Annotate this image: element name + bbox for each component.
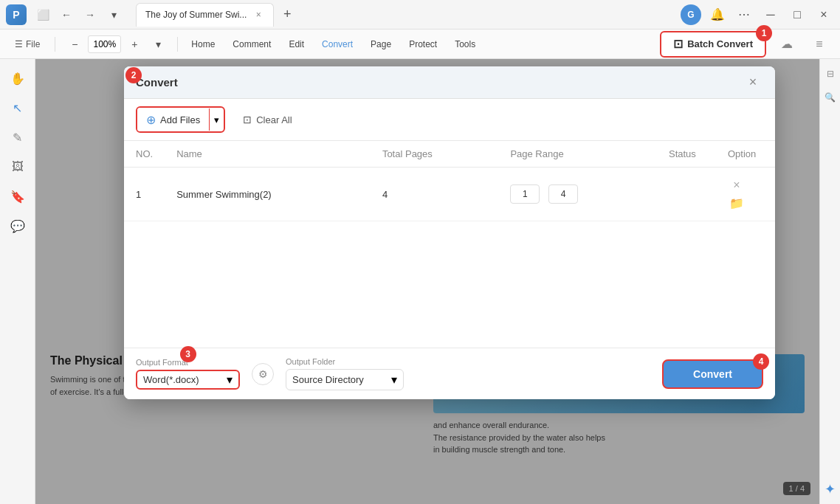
right-panel-button[interactable]: ⊟: [822, 65, 839, 83]
format-select[interactable]: Word(*.docx) Excel(*.xlsx) PowerPoint(*.…: [143, 374, 224, 385]
output-format-step-badge: 3: [180, 346, 196, 362]
files-table: NO. Name Total Pages Page Range Status O…: [124, 141, 775, 221]
title-bar: P ⬜ ← → ▾ The Joy of Summer Swi... × + G…: [0, 0, 840, 30]
folder-chevron-icon: ▾: [391, 373, 397, 387]
notification-button[interactable]: 🔔: [707, 4, 728, 25]
tab-bar: The Joy of Summer Swi... × +: [136, 3, 297, 27]
toolbar: ☰ File − + ▾ Home Comment Edit Convert P…: [0, 30, 840, 59]
col-total-pages: Total Pages: [371, 141, 498, 168]
window-maximize-button[interactable]: □: [787, 4, 808, 25]
clear-all-button[interactable]: ⊡ Clear All: [234, 108, 300, 131]
output-folder-group: Output Folder Source Directory Custom Fo…: [286, 357, 404, 390]
table-body: 1 Summer Swimming(2) 4 × 📁: [124, 168, 775, 221]
col-name: Name: [165, 141, 371, 168]
folder-select[interactable]: Source Directory Custom Folder...: [292, 374, 388, 385]
col-page-range: Page Range: [498, 141, 657, 168]
tab-label: The Joy of Summer Swi...: [145, 10, 247, 20]
user-avatar: G: [681, 4, 701, 25]
table-header: NO. Name Total Pages Page Range Status O…: [124, 141, 775, 168]
convert-modal: 2 Convert × ⊕ Add Files ▾ ⊡ Clear All: [124, 66, 775, 399]
convert-menu[interactable]: Convert: [317, 39, 357, 49]
expand-button[interactable]: ≡: [808, 32, 831, 56]
modal-table: NO. Name Total Pages Page Range Status O…: [124, 141, 775, 348]
modal-toolbar: ⊕ Add Files ▾ ⊡ Clear All: [124, 99, 775, 141]
output-format-group: 3 Output Format Word(*.docx) Excel(*.xls…: [136, 358, 240, 390]
row-no: 1: [124, 168, 165, 221]
col-option: Option: [716, 141, 775, 168]
main-tab[interactable]: The Joy of Summer Swi... ×: [136, 3, 274, 27]
folder-select-wrapper: Source Directory Custom Folder... ▾: [286, 369, 404, 390]
output-folder-label: Output Folder: [286, 357, 404, 366]
batch-convert-step-badge: 1: [756, 25, 772, 41]
page-to-input[interactable]: [548, 184, 578, 204]
file-menu[interactable]: ☰ File: [9, 34, 46, 55]
sidebar-comment-tool[interactable]: 💬: [4, 213, 31, 239]
back-button[interactable]: ←: [56, 4, 77, 25]
sidebar-image-tool[interactable]: 🖼: [4, 153, 31, 180]
page-menu[interactable]: Page: [366, 39, 396, 49]
sidebar-cursor-tool[interactable]: ↖: [4, 94, 31, 121]
title-bar-right: G 🔔 ⋯ ─ □ ×: [681, 4, 834, 25]
dropdown-button[interactable]: ▾: [103, 4, 124, 25]
sidebar-hand-tool[interactable]: ✋: [4, 65, 31, 92]
clear-icon: ⊡: [243, 114, 252, 125]
content-area: The Physical Benefits of Swimming Swimmi…: [35, 59, 819, 504]
ai-assistant-button[interactable]: ✦: [822, 480, 839, 498]
sidebar-edit-tool[interactable]: ✎: [4, 124, 31, 151]
modal-footer: 3 Output Format Word(*.docx) Excel(*.xls…: [124, 348, 775, 399]
modal-header: 2 Convert ×: [124, 66, 775, 99]
zoom-control: − + ▾: [64, 34, 168, 55]
title-bar-left: P ⬜ ← → ▾ The Joy of Summer Swi... × +: [6, 3, 303, 27]
convert-step-badge: 4: [753, 353, 769, 370]
zoom-input[interactable]: [88, 35, 121, 53]
modal-close-button[interactable]: ×: [743, 72, 763, 93]
zoom-dropdown-button[interactable]: ▾: [148, 34, 168, 55]
settings-button[interactable]: ⚙: [252, 363, 274, 385]
zoom-out-button[interactable]: −: [64, 34, 85, 55]
add-files-button[interactable]: ⊕ Add Files: [137, 108, 209, 131]
tools-menu[interactable]: Tools: [450, 39, 480, 49]
add-files-dropdown-button[interactable]: ▾: [210, 108, 224, 131]
window-close-button[interactable]: ×: [813, 4, 834, 25]
edit-menu[interactable]: Edit: [284, 39, 309, 49]
hamburger-icon: ☰: [15, 39, 23, 49]
page-from-input[interactable]: [510, 184, 540, 204]
separator-1: [55, 37, 55, 52]
comment-menu[interactable]: Comment: [228, 39, 275, 49]
modal-step-badge: 2: [125, 67, 142, 83]
sidebar: ✋ ↖ ✎ 🖼 🔖 💬: [0, 59, 35, 504]
sidebar-bookmark-tool[interactable]: 🔖: [4, 183, 31, 210]
format-select-wrapper: Word(*.docx) Excel(*.xlsx) PowerPoint(*.…: [136, 370, 240, 390]
convert-label: Convert: [693, 368, 732, 380]
row-delete-button[interactable]: ×: [728, 176, 746, 194]
col-status: Status: [657, 141, 716, 168]
batch-convert-icon: ⊡: [673, 37, 683, 51]
row-status: [657, 168, 716, 221]
protect-menu[interactable]: Protect: [404, 39, 441, 49]
modal-title: 2 Convert: [136, 76, 178, 89]
zoom-in-button[interactable]: +: [124, 34, 145, 55]
right-search-button[interactable]: 🔍: [822, 89, 839, 106]
home-menu[interactable]: Home: [187, 39, 219, 49]
app-icon: P: [6, 4, 27, 25]
row-folder-button[interactable]: 📁: [728, 194, 746, 212]
add-files-wrapper: ⊕ Add Files ▾: [136, 106, 225, 133]
col-no: NO.: [124, 141, 165, 168]
forward-button[interactable]: →: [80, 4, 100, 25]
window-controls-left: ⬜ ← → ▾: [32, 4, 124, 25]
separator-2: [177, 37, 178, 52]
window-minimize-button[interactable]: ─: [760, 4, 781, 25]
main-layout: ✋ ↖ ✎ 🖼 🔖 💬 The Physical Benefits of Swi…: [0, 59, 840, 504]
add-tab-button[interactable]: +: [277, 4, 297, 25]
menu-button[interactable]: ⋯: [734, 4, 754, 25]
table-row: 1 Summer Swimming(2) 4 × 📁: [124, 168, 775, 221]
row-name: Summer Swimming(2): [165, 168, 371, 221]
tab-close-button[interactable]: ×: [252, 9, 264, 21]
batch-convert-button[interactable]: 1 ⊡ Batch Convert: [660, 31, 766, 58]
clear-all-label: Clear All: [256, 114, 292, 125]
format-chevron-icon: ▾: [227, 373, 233, 387]
convert-button[interactable]: 4 Convert: [662, 359, 763, 389]
cloud-button[interactable]: ☁: [775, 32, 799, 56]
minimize-button[interactable]: ⬜: [32, 4, 53, 25]
right-sidebar: ⊟ 🔍 ✦: [819, 59, 840, 504]
